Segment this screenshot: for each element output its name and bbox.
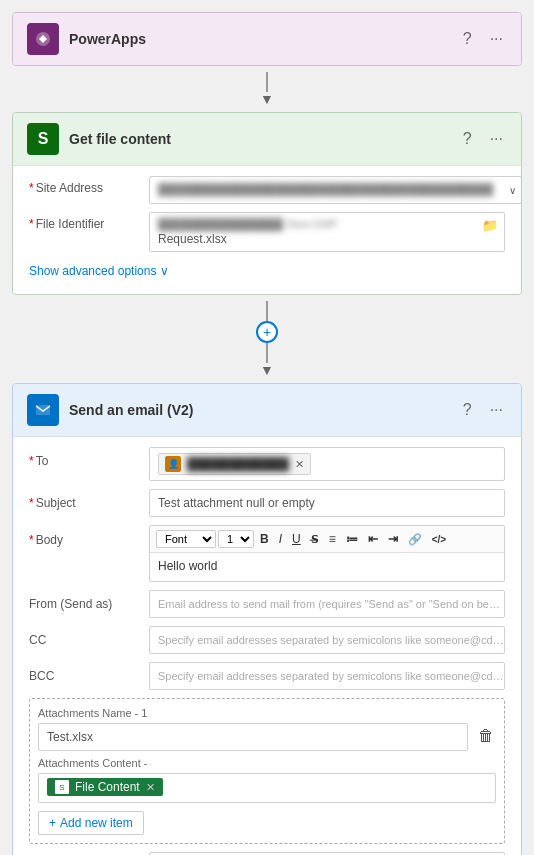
add-step-button[interactable]: + <box>256 321 278 343</box>
powerapps-help-button[interactable]: ? <box>459 28 476 50</box>
powerapps-actions: ? ··· <box>459 28 507 50</box>
file-content-close[interactable]: ✕ <box>146 781 155 794</box>
bcc-label: BCC <box>29 662 139 683</box>
from-label: From (Send as) <box>29 590 139 611</box>
outlook-help-button[interactable]: ? <box>459 399 476 421</box>
body-toolbar: Font 12 B I U S̶ ≡ ≔ ⇤ ⇥ 🔗 <box>150 526 504 553</box>
subject-input[interactable]: Test attachment null or empty <box>149 489 505 517</box>
attachment-name-input[interactable] <box>38 723 468 751</box>
outlook-icon <box>27 394 59 426</box>
connector-line-1 <box>266 72 268 92</box>
cc-placeholder: Specify email addresses separated by sem… <box>158 634 504 646</box>
connector-line-2 <box>266 301 268 321</box>
font-select[interactable]: Font <box>156 530 216 548</box>
sharepoint-actions: ? ··· <box>459 128 507 150</box>
to-tag-close[interactable]: ✕ <box>295 458 304 471</box>
file-identifier-path: ████████████████ /New EMP <box>158 218 338 230</box>
attachments-section: Attachments Name - 1 🗑 Attachments Conte… <box>29 698 505 844</box>
sharepoint-card: S Get file content ? ··· Site Address ██… <box>12 112 522 295</box>
powerapps-card: PowerApps ? ··· <box>12 12 522 66</box>
body-label: Body <box>29 525 139 547</box>
outlook-header: Send an email (V2) ? ··· <box>13 384 521 436</box>
code-button[interactable]: </> <box>428 533 450 546</box>
outlook-body: To 👤 ████████████ ✕ Subject Test attachm… <box>13 436 521 855</box>
bcc-row: BCC Specify email addresses separated by… <box>29 662 505 690</box>
site-address-value: ████████████████████████████████████████… <box>158 183 493 195</box>
file-content-text: File Content <box>75 780 140 794</box>
powerapps-title: PowerApps <box>69 31 449 47</box>
body-text: Hello world <box>158 559 217 573</box>
site-address-label: Site Address <box>29 176 139 195</box>
link-button[interactable]: 🔗 <box>404 532 426 547</box>
bcc-placeholder: Specify email addresses separated by sem… <box>158 670 504 682</box>
powerapps-header: PowerApps ? ··· <box>13 13 521 65</box>
cc-input[interactable]: Specify email addresses separated by sem… <box>149 626 505 654</box>
svg-rect-1 <box>36 405 50 415</box>
indent-decrease-button[interactable]: ⇤ <box>364 531 382 547</box>
bcc-input[interactable]: Specify email addresses separated by sem… <box>149 662 505 690</box>
file-identifier-sub: Request.xlsx <box>158 232 476 246</box>
add-item-icon: + <box>49 816 56 830</box>
connector-arrow-1: ▼ <box>260 92 274 106</box>
body-row: Body Font 12 B I U S̶ ≡ ≔ <box>29 525 505 582</box>
to-row: To 👤 ████████████ ✕ <box>29 447 505 481</box>
sharepoint-body: Site Address ███████████████████████████… <box>13 165 521 294</box>
connector-2: + ▼ <box>256 295 278 383</box>
attachment-name-field-wrapper: Attachments Name - 1 <box>38 707 468 751</box>
attachment-content-input[interactable]: S File Content ✕ <box>38 773 496 803</box>
sharepoint-header: S Get file content ? ··· <box>13 113 521 165</box>
body-content[interactable]: Hello world <box>150 553 504 581</box>
subject-value: Test attachment null or empty <box>158 496 315 510</box>
attachment-content-label: Attachments Content - <box>38 757 496 769</box>
sharepoint-title: Get file content <box>69 131 449 147</box>
file-identifier-folder-icon: 📁 <box>482 218 498 233</box>
from-input[interactable]: Email address to send mail from (require… <box>149 590 505 618</box>
strikethrough-button[interactable]: S̶ <box>307 532 323 547</box>
cc-label: CC <box>29 626 139 647</box>
add-item-label: Add new item <box>60 816 133 830</box>
file-identifier-row: File Identifier ████████████████ /New EM… <box>29 212 505 252</box>
site-address-field-wrapper: ████████████████████████████████████████… <box>149 176 522 204</box>
cc-row: CC Specify email addresses separated by … <box>29 626 505 654</box>
file-content-icon: S <box>55 780 69 794</box>
attachment-name-row: Attachments Name - 1 🗑 <box>38 707 496 751</box>
to-tag[interactable]: 👤 ████████████ ✕ <box>158 453 311 475</box>
to-tag-icon: 👤 <box>165 456 181 472</box>
underline-button[interactable]: U <box>288 531 305 547</box>
outlook-more-button[interactable]: ··· <box>486 399 507 421</box>
attachment-delete-button[interactable]: 🗑 <box>476 725 496 747</box>
sharepoint-icon: S <box>27 123 59 155</box>
size-select[interactable]: 12 <box>218 530 254 548</box>
flow-container: PowerApps ? ··· ▼ S Get file content ? ·… <box>12 12 522 855</box>
show-advanced-button[interactable]: Show advanced options ∨ <box>29 260 169 280</box>
to-input[interactable]: 👤 ████████████ ✕ <box>149 447 505 481</box>
sharepoint-more-button[interactable]: ··· <box>486 128 507 150</box>
connector-line-3 <box>266 343 268 363</box>
file-identifier-input[interactable]: ████████████████ /New EMP 📁 Request.xlsx <box>149 212 505 252</box>
subject-row: Subject Test attachment null or empty <box>29 489 505 517</box>
site-address-input[interactable]: ████████████████████████████████████████… <box>149 176 522 204</box>
numbered-button[interactable]: ≔ <box>342 531 362 547</box>
outlook-card: Send an email (V2) ? ··· To 👤 ██████████… <box>12 383 522 855</box>
outlook-actions: ? ··· <box>459 399 507 421</box>
file-identifier-label: File Identifier <box>29 212 139 231</box>
indent-increase-button[interactable]: ⇥ <box>384 531 402 547</box>
connector-arrow-2: ▼ <box>260 363 274 377</box>
subject-label: Subject <box>29 489 139 510</box>
to-label: To <box>29 447 139 468</box>
bullets-button[interactable]: ≡ <box>325 531 340 547</box>
powerapps-icon <box>27 23 59 55</box>
sharepoint-help-button[interactable]: ? <box>459 128 476 150</box>
from-placeholder: Email address to send mail from (require… <box>158 598 500 610</box>
attachment-name-label: Attachments Name - 1 <box>38 707 468 719</box>
italic-button[interactable]: I <box>275 531 286 547</box>
add-new-item-button[interactable]: + Add new item <box>38 811 144 835</box>
bold-button[interactable]: B <box>256 531 273 547</box>
connector-1: ▼ <box>260 66 274 112</box>
attachment-content-row: Attachments Content - S File Content ✕ <box>38 757 496 803</box>
powerapps-more-button[interactable]: ··· <box>486 28 507 50</box>
from-row: From (Send as) Email address to send mai… <box>29 590 505 618</box>
to-tag-text: ████████████ <box>187 457 289 471</box>
outlook-title: Send an email (V2) <box>69 402 449 418</box>
body-editor[interactable]: Font 12 B I U S̶ ≡ ≔ ⇤ ⇥ 🔗 <box>149 525 505 582</box>
